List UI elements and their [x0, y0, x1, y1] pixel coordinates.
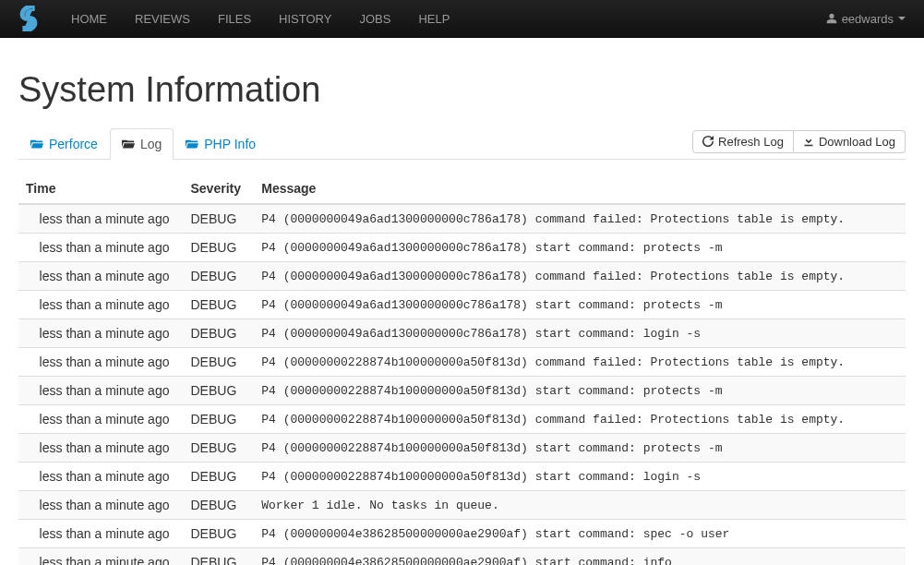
download-icon	[803, 136, 814, 147]
cell-severity: DEBUG	[183, 377, 254, 405]
refresh-icon	[702, 136, 714, 147]
navbar: HOME REVIEWS FILES HISTORY JOBS HELP eed…	[0, 0, 924, 38]
cell-time: less than a minute ago	[18, 262, 183, 291]
cell-severity: DEBUG	[183, 434, 254, 463]
brand-logo[interactable]	[18, 6, 39, 31]
cell-severity: DEBUG	[183, 491, 254, 520]
cell-message: P4 (000000004e38628500000000ae2900af) st…	[254, 548, 906, 566]
cell-time: less than a minute ago	[18, 434, 183, 463]
tabs-row: Perforce Log PHP Info Refresh Log Downlo…	[18, 128, 906, 160]
nav-files[interactable]: FILES	[204, 1, 265, 37]
table-row: less than a minute agoDEBUGWorker 1 idle…	[18, 491, 906, 520]
cell-message: P4 (0000000049a6ad1300000000c786a178) co…	[254, 262, 906, 291]
cell-severity: DEBUG	[183, 463, 254, 491]
cell-time: less than a minute ago	[18, 204, 183, 234]
cell-severity: DEBUG	[183, 262, 254, 291]
table-row: less than a minute agoDEBUGP4 (000000002…	[18, 434, 906, 463]
cell-time: less than a minute ago	[18, 377, 183, 405]
nav-jobs[interactable]: JOBS	[345, 1, 404, 37]
table-row: less than a minute agoDEBUGP4 (000000004…	[18, 548, 906, 566]
cell-time: less than a minute ago	[18, 234, 183, 262]
cell-message: P4 (00000000228874b100000000a50f813d) st…	[254, 377, 906, 405]
table-row: less than a minute agoDEBUGP4 (000000004…	[18, 234, 906, 262]
table-row: less than a minute agoDEBUGP4 (000000004…	[18, 319, 906, 348]
cell-severity: DEBUG	[183, 234, 254, 262]
nav-links: HOME REVIEWS FILES HISTORY JOBS HELP	[57, 1, 826, 37]
cell-time: less than a minute ago	[18, 491, 183, 520]
cell-message: P4 (0000000049a6ad1300000000c786a178) st…	[254, 234, 906, 262]
table-row: less than a minute agoDEBUGP4 (000000002…	[18, 377, 906, 405]
page-title: System Information	[18, 70, 906, 110]
cell-time: less than a minute ago	[18, 548, 183, 566]
tab-perforce[interactable]: Perforce	[18, 128, 110, 160]
tabs: Perforce Log PHP Info	[18, 128, 268, 159]
table-row: less than a minute agoDEBUGP4 (000000004…	[18, 262, 906, 291]
table-header-row: Time Severity Message	[18, 174, 906, 204]
header-time: Time	[18, 174, 183, 204]
cell-message: P4 (00000000228874b100000000a50f813d) co…	[254, 405, 906, 434]
cell-time: less than a minute ago	[18, 405, 183, 434]
user-icon	[826, 13, 837, 24]
download-log-button[interactable]: Download Log	[794, 130, 906, 153]
swarm-logo-icon	[18, 6, 39, 31]
cell-severity: DEBUG	[183, 405, 254, 434]
cell-time: less than a minute ago	[18, 463, 183, 491]
cell-severity: DEBUG	[183, 348, 254, 377]
user-menu[interactable]: eedwards	[826, 12, 906, 26]
cell-message: P4 (0000000049a6ad1300000000c786a178) st…	[254, 291, 906, 319]
cell-time: less than a minute ago	[18, 319, 183, 348]
cell-time: less than a minute ago	[18, 291, 183, 319]
user-name: eedwards	[842, 12, 894, 26]
nav-history[interactable]: HISTORY	[265, 1, 345, 37]
caret-down-icon	[898, 17, 906, 20]
button-group: Refresh Log Download Log	[692, 130, 906, 153]
cell-message: P4 (0000000049a6ad1300000000c786a178) st…	[254, 319, 906, 348]
cell-severity: DEBUG	[183, 319, 254, 348]
table-row: less than a minute agoDEBUGP4 (000000002…	[18, 348, 906, 377]
cell-message: P4 (00000000228874b100000000a50f813d) st…	[254, 463, 906, 491]
nav-home[interactable]: HOME	[57, 1, 121, 37]
main-container: System Information Perforce Log PHP Info…	[0, 38, 924, 565]
cell-time: less than a minute ago	[18, 348, 183, 377]
table-row: less than a minute agoDEBUGP4 (000000004…	[18, 204, 906, 234]
cell-message: P4 (00000000228874b100000000a50f813d) co…	[254, 348, 906, 377]
tab-log[interactable]: Log	[110, 128, 174, 160]
table-row: less than a minute agoDEBUGP4 (000000004…	[18, 291, 906, 319]
nav-help[interactable]: HELP	[404, 1, 463, 37]
table-row: less than a minute agoDEBUGP4 (000000002…	[18, 405, 906, 434]
folder-open-icon	[30, 138, 43, 150]
tab-phpinfo[interactable]: PHP Info	[174, 128, 268, 160]
refresh-log-button[interactable]: Refresh Log	[692, 130, 794, 153]
cell-severity: DEBUG	[183, 291, 254, 319]
folder-open-icon	[186, 138, 198, 150]
table-row: less than a minute agoDEBUGP4 (000000002…	[18, 463, 906, 491]
cell-message: P4 (000000004e38628500000000ae2900af) st…	[254, 520, 906, 548]
folder-open-icon	[122, 138, 135, 150]
nav-reviews[interactable]: REVIEWS	[121, 1, 204, 37]
cell-message: Worker 1 idle. No tasks in queue.	[254, 491, 906, 520]
table-row: less than a minute agoDEBUGP4 (000000004…	[18, 520, 906, 548]
cell-message: P4 (0000000049a6ad1300000000c786a178) co…	[254, 204, 906, 234]
cell-severity: DEBUG	[183, 520, 254, 548]
log-table: Time Severity Message less than a minute…	[18, 174, 906, 565]
header-severity: Severity	[183, 174, 254, 204]
cell-severity: DEBUG	[183, 204, 254, 234]
header-message: Message	[254, 174, 906, 204]
cell-message: P4 (00000000228874b100000000a50f813d) st…	[254, 434, 906, 463]
cell-severity: DEBUG	[183, 548, 254, 566]
cell-time: less than a minute ago	[18, 520, 183, 548]
